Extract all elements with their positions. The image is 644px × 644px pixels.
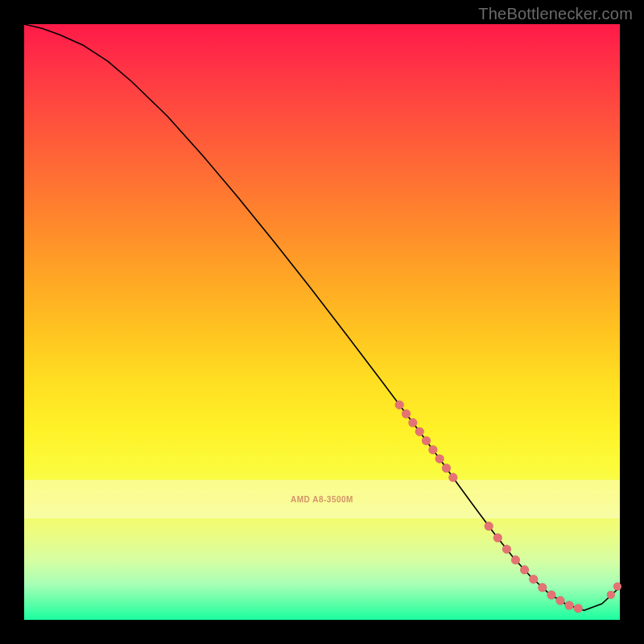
data-point — [502, 545, 511, 554]
plot-area: AMD A8-3500M — [24, 24, 620, 620]
data-point — [529, 575, 538, 584]
data-point — [547, 591, 555, 600]
marker-layer — [395, 400, 621, 613]
data-point — [607, 591, 615, 599]
data-point — [493, 534, 502, 543]
data-point — [520, 565, 529, 574]
data-point — [511, 555, 520, 564]
data-point — [402, 410, 411, 419]
data-point — [574, 604, 583, 613]
data-point — [415, 427, 424, 436]
data-point — [448, 473, 457, 482]
data-point — [565, 601, 574, 610]
data-point — [395, 400, 404, 409]
data-point — [485, 522, 493, 530]
data-point — [442, 464, 451, 473]
data-point — [428, 445, 437, 454]
chart-overlay — [24, 24, 620, 620]
data-point — [436, 454, 444, 463]
data-point — [556, 597, 565, 605]
data-point — [613, 583, 621, 591]
credit-text: TheBottlenecker.com — [478, 5, 633, 23]
bottleneck-curve — [24, 24, 620, 610]
chart-stage: AMD A8-3500M TheBottlenecker.com — [0, 0, 644, 644]
data-point — [422, 436, 431, 445]
data-point — [408, 419, 417, 427]
data-point — [538, 583, 547, 592]
